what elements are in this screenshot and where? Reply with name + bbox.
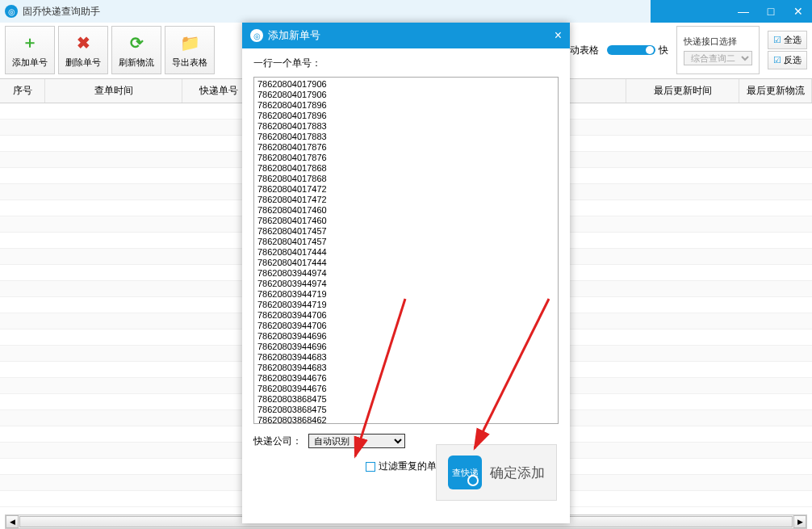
filter-duplicates-checkbox[interactable] <box>366 462 375 472</box>
export-label: 导出表格 <box>172 57 207 69</box>
refresh-logistics-button[interactable]: ⟳ 刷新物流 <box>111 26 161 74</box>
invert-selection-button[interactable]: ☑ 反选 <box>768 51 807 69</box>
modal-app-icon: ◎ <box>250 29 263 42</box>
add-tracking-button[interactable]: ＋ 添加单号 <box>5 26 55 74</box>
titlebar: ◎ 固乔快递查询助手 — □ ✕ <box>0 0 812 23</box>
app-title: 固乔快递查询助手 <box>23 5 100 19</box>
selection-buttons: ☑ 全选 ☑ 反选 <box>768 31 807 69</box>
api-group-title: 快递接口选择 <box>684 36 752 48</box>
cross-icon: ✖ <box>73 32 94 53</box>
add-tracking-modal: ◎ 添加新单号 × 一行一个单号： 快递公司： 自动识别 过滤重复的单号 查快递… <box>242 23 570 523</box>
col-last-update-time[interactable]: 最后更新时间 <box>626 79 739 103</box>
window-minimize-button[interactable]: — <box>730 0 757 23</box>
window-maximize-button[interactable]: □ <box>757 0 785 23</box>
scroll-left-arrow[interactable]: ◀ <box>6 515 19 528</box>
col-query-time[interactable]: 查单时间 <box>45 79 182 103</box>
confirm-add-label: 确定添加 <box>490 464 545 482</box>
refresh-label: 刷新物流 <box>119 57 154 69</box>
speed-slider[interactable] <box>607 45 655 55</box>
modal-titlebar: ◎ 添加新单号 × <box>242 23 570 48</box>
modal-close-button[interactable]: × <box>555 28 562 43</box>
speed-fast-label: 快 <box>659 44 668 57</box>
courier-company-select[interactable]: 自动识别 <box>308 434 405 448</box>
scroll-right-arrow[interactable]: ▶ <box>793 515 806 528</box>
company-label: 快递公司： <box>253 435 302 448</box>
modal-per-line-label: 一行一个单号： <box>253 57 559 70</box>
speed-slider-section: 快 <box>607 44 668 57</box>
add-tracking-label: 添加单号 <box>12 57 48 69</box>
app-icon: ◎ <box>5 5 18 18</box>
search-express-icon: 查快递 <box>448 456 482 489</box>
refresh-icon: ⟳ <box>126 32 147 53</box>
window-close-button[interactable]: ✕ <box>785 0 812 23</box>
tracking-numbers-textarea[interactable] <box>253 77 559 424</box>
delete-tracking-label: 删除单号 <box>65 57 101 69</box>
plus-icon: ＋ <box>19 32 40 53</box>
api-select[interactable]: 综合查询二 <box>684 51 752 65</box>
col-last-update-loc[interactable]: 最后更新物流 <box>739 79 812 103</box>
check-icon: ☑ <box>773 55 781 65</box>
col-seq[interactable]: 序号 <box>0 79 45 103</box>
export-table-button[interactable]: 📁 导出表格 <box>165 26 215 74</box>
api-group: 快递接口选择 综合查询二 <box>676 26 760 74</box>
delete-tracking-button[interactable]: ✖ 删除单号 <box>58 26 108 74</box>
modal-title-text: 添加新单号 <box>268 28 320 43</box>
folder-export-icon: 📁 <box>179 32 200 53</box>
confirm-add-button[interactable]: 查快递 确定添加 <box>436 444 557 501</box>
check-icon: ☑ <box>773 35 781 45</box>
select-all-button[interactable]: ☑ 全选 <box>768 31 807 49</box>
